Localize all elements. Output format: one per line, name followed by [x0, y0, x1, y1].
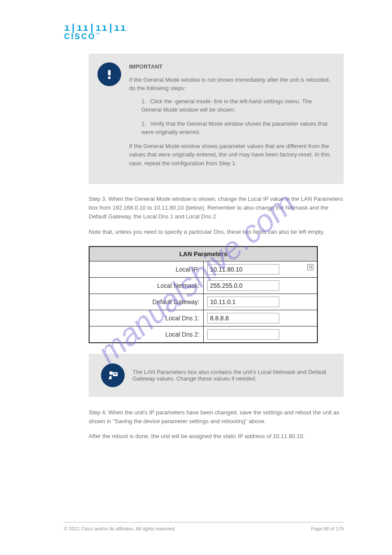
footer-page-number: Page 66 of 175 — [311, 526, 344, 531]
svg-point-4 — [109, 371, 113, 375]
footer-copyright: © 2021 Cisco and/or its affiliates. All … — [64, 526, 176, 531]
dropdown-hint-icon: ⧉ — [307, 264, 313, 270]
cisco-logo-bars: ı|ıı|ıı|ıı — [64, 25, 344, 31]
local-dns1-input[interactable] — [207, 313, 279, 323]
important-paragraph: If the General Mode window is not shown … — [129, 76, 331, 93]
step-4-text: Step 4. When the unit's IP parameters ha… — [89, 408, 344, 441]
lan-parameters-header: LAN Parameters — [89, 247, 317, 261]
local-dns2-input[interactable] — [207, 329, 279, 340]
table-row: Local Dns 1: — [89, 310, 317, 326]
svg-rect-6 — [114, 373, 117, 374]
local-dns1-label: Local Dns 1: — [89, 310, 203, 326]
table-row: Local Netmask: — [89, 277, 317, 294]
local-ip-input[interactable] — [207, 264, 279, 275]
local-ip-label: Local IP: — [89, 261, 203, 277]
local-netmask-input[interactable] — [207, 280, 279, 291]
note-icon — [101, 363, 125, 387]
important-callout: IMPORTANT If the General Mode window is … — [89, 54, 344, 184]
step-3-text: Step 3. When the General Mode window is … — [89, 195, 344, 236]
local-netmask-label: Local Netmask: — [89, 277, 203, 294]
list-item: 1.Click the -general mode- link in the l… — [141, 97, 331, 114]
page-footer: © 2021 Cisco and/or its affiliates. All … — [64, 522, 344, 531]
list-item: 2.Verify that the General Mode window sh… — [141, 120, 331, 137]
important-title: IMPORTANT — [129, 62, 331, 71]
important-icon — [97, 62, 121, 86]
svg-rect-1 — [108, 70, 111, 76]
lan-parameters-table: LAN Parameters Local IP: ⧉ Local Netmask… — [89, 246, 318, 343]
note-text: The LAN Parameters box also contains the… — [133, 369, 331, 382]
table-row: Default Gateway: — [89, 294, 317, 310]
default-gateway-input[interactable] — [207, 297, 279, 307]
svg-rect-7 — [114, 374, 117, 374]
note-callout: The LAN Parameters box also contains the… — [89, 354, 344, 397]
default-gateway-label: Default Gateway: — [89, 294, 203, 310]
table-row: Local IP: ⧉ — [89, 261, 317, 277]
important-paragraph-2: If the General Mode window shows paramet… — [129, 142, 331, 168]
svg-point-2 — [108, 76, 111, 79]
cisco-logo: ı|ıı|ıı|ıı CISCO™ — [64, 25, 344, 41]
table-row: Local Dns 2: — [89, 326, 317, 343]
local-dns2-label: Local Dns 2: — [89, 326, 203, 343]
